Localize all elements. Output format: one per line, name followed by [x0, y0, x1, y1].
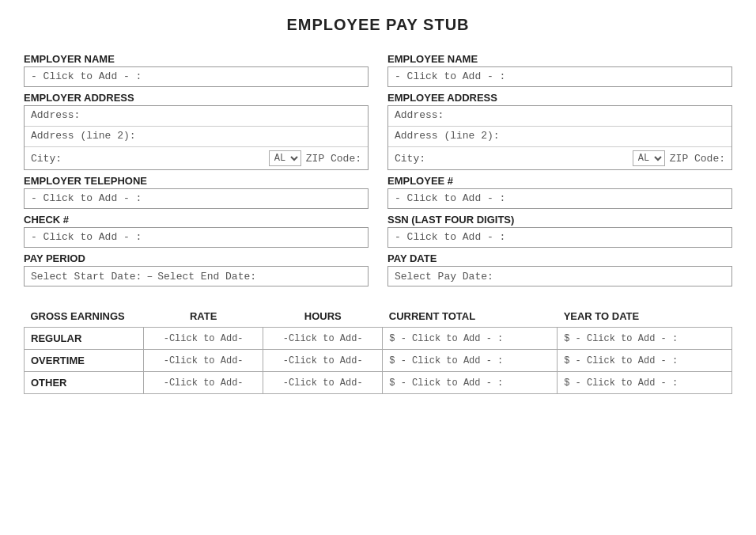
pay-period-box[interactable]: Select Start Date: – Select End Date: [24, 266, 369, 286]
pay-period-label: PAY PERIOD [24, 252, 369, 264]
employee-name-input[interactable]: - Click to Add - : [387, 66, 732, 87]
earnings-row-rate[interactable]: -Click to Add- [144, 372, 263, 394]
employer-name-input[interactable]: - Click to Add - : [24, 66, 369, 87]
employer-address-label: EMPLOYER ADDRESS [24, 92, 369, 104]
employer-name-group: EMPLOYER NAME - Click to Add - : [24, 53, 369, 87]
earnings-row-rate[interactable]: -Click to Add- [144, 350, 263, 372]
employer-address-line2[interactable]: Address (line 2): [25, 127, 368, 147]
earnings-row-current[interactable]: $ - Click to Add - : [383, 328, 558, 350]
employer-zip-label[interactable]: ZIP Code: [306, 153, 361, 165]
employer-address-city-row: City: ALAKAZARCA COCTDEFLGA HIIDILINIA K… [25, 147, 368, 169]
earnings-row-ytd[interactable]: $ - Click to Add - : [558, 372, 732, 394]
header-earnings: GROSS EARNINGS [25, 305, 144, 328]
pay-period-group: PAY PERIOD Select Start Date: – Select E… [24, 252, 369, 286]
employer-address-line1[interactable]: Address: [25, 106, 368, 127]
employee-address-line2[interactable]: Address (line 2): [388, 127, 731, 147]
ssn-group: SSN (LAST FOUR DIGITS) - Click to Add - … [387, 214, 732, 248]
earnings-row-current[interactable]: $ - Click to Add - : [383, 350, 558, 372]
pay-period-start[interactable]: Select Start Date: [31, 271, 142, 283]
check-number-group: CHECK # - Click to Add - : [24, 214, 369, 248]
employer-city-input[interactable]: City: [31, 153, 264, 165]
employer-address-box: Address: Address (line 2): City: ALAKAZA… [24, 105, 369, 170]
employee-number-label: EMPLOYEE # [387, 175, 732, 187]
employee-number-input[interactable]: - Click to Add - : [387, 188, 732, 209]
employee-address-group: EMPLOYEE ADDRESS Address: Address (line … [387, 92, 732, 170]
employee-address-city-row: City: ALAKAZARCA COCTDEFLGA HIIDILINIA K… [388, 147, 731, 169]
pay-date-label: PAY DATE [387, 252, 732, 264]
employee-zip-label[interactable]: ZIP Code: [670, 153, 725, 165]
pay-date-input[interactable]: Select Pay Date: [395, 271, 493, 283]
earnings-section: GROSS EARNINGS RATE HOURS CURRENT TOTAL … [24, 305, 732, 394]
page-title: EMPLOYEE PAY STUB [24, 16, 732, 34]
employee-address-line1[interactable]: Address: [388, 106, 731, 127]
pay-date-box[interactable]: Select Pay Date: [387, 266, 732, 286]
header-rate: RATE [144, 305, 263, 328]
employer-state-select[interactable]: ALAKAZARCA COCTDEFLGA HIIDILINIA KSKYLAM… [269, 150, 301, 166]
earnings-row-ytd[interactable]: $ - Click to Add - : [558, 350, 732, 372]
earnings-row: OTHER-Click to Add--Click to Add-$ - Cli… [25, 372, 732, 394]
earnings-row-ytd[interactable]: $ - Click to Add - : [558, 328, 732, 350]
header-current: CURRENT TOTAL [383, 305, 558, 328]
pay-period-dash: – [146, 271, 153, 283]
earnings-table: GROSS EARNINGS RATE HOURS CURRENT TOTAL … [24, 305, 732, 394]
employee-name-group: EMPLOYEE NAME - Click to Add - : [387, 53, 732, 87]
pay-period-end[interactable]: Select End Date: [157, 271, 256, 283]
pay-date-group: PAY DATE Select Pay Date: [387, 252, 732, 286]
earnings-row-rate[interactable]: -Click to Add- [144, 328, 263, 350]
employer-telephone-label: EMPLOYER TELEPHONE [24, 175, 369, 187]
earnings-row-label: REGULAR [25, 328, 144, 350]
employer-name-label: EMPLOYER NAME [24, 53, 369, 65]
employee-address-box: Address: Address (line 2): City: ALAKAZA… [387, 105, 732, 170]
earnings-row: REGULAR-Click to Add--Click to Add-$ - C… [25, 328, 732, 350]
employee-address-label: EMPLOYEE ADDRESS [387, 92, 732, 104]
earnings-row-hours[interactable]: -Click to Add- [263, 328, 383, 350]
employer-address-group: EMPLOYER ADDRESS Address: Address (line … [24, 92, 369, 170]
earnings-row-hours[interactable]: -Click to Add- [263, 350, 383, 372]
ssn-input[interactable]: - Click to Add - : [387, 227, 732, 248]
employer-telephone-input[interactable]: - Click to Add - : [24, 188, 369, 209]
header-ytd: YEAR TO DATE [558, 305, 732, 328]
ssn-label: SSN (LAST FOUR DIGITS) [387, 214, 732, 226]
earnings-row-label: OTHER [25, 372, 144, 394]
earnings-row-label: OVERTIME [25, 350, 144, 372]
employee-city-input[interactable]: City: [395, 153, 628, 165]
employee-number-group: EMPLOYEE # - Click to Add - : [387, 175, 732, 209]
earnings-header-row: GROSS EARNINGS RATE HOURS CURRENT TOTAL … [25, 305, 732, 328]
earnings-row: OVERTIME-Click to Add--Click to Add-$ - … [25, 350, 732, 372]
earnings-row-current[interactable]: $ - Click to Add - : [383, 372, 558, 394]
employer-telephone-group: EMPLOYER TELEPHONE - Click to Add - : [24, 175, 369, 209]
earnings-row-hours[interactable]: -Click to Add- [263, 372, 383, 394]
header-hours: HOURS [263, 305, 383, 328]
check-number-label: CHECK # [24, 214, 369, 226]
employee-name-label: EMPLOYEE NAME [387, 53, 732, 65]
check-number-input[interactable]: - Click to Add - : [24, 227, 369, 248]
employee-state-select[interactable]: ALAKAZARCA COCTDEFLGA HIIDILINIA KSKYLAM… [633, 150, 665, 166]
